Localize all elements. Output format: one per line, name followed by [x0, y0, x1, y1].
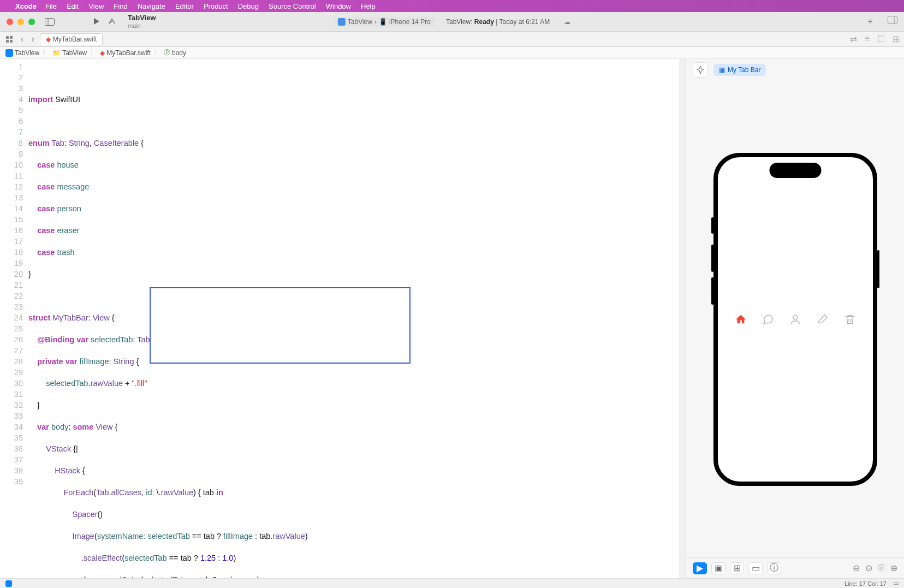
run-controls: TabView main [93, 14, 156, 28]
source-editor[interactable]: 1234567891011121314151617181920212223242… [0, 59, 686, 578]
code-content[interactable]: import SwiftUI enum Tab: String, CaseIte… [28, 59, 686, 578]
menu-debug[interactable]: Debug [238, 2, 259, 10]
toolbar-right: ＋ [866, 16, 897, 27]
code-review-icon[interactable]: ☐ [877, 34, 885, 44]
scheme-selector[interactable]: TabView main [128, 14, 156, 28]
menu-help[interactable]: Help [361, 2, 376, 10]
branch-name: main [128, 22, 156, 29]
device-label: iPhone 14 Pro [389, 18, 431, 26]
debug-status-icon[interactable] [5, 580, 12, 587]
menu-file[interactable]: File [45, 2, 57, 10]
power-button [877, 250, 879, 288]
go-back-icon[interactable]: ‹ [19, 34, 26, 44]
window-toolbar: TabView main TabView › 📱 iPhone 14 Pro T… [0, 12, 904, 32]
tab-house-icon[interactable] [735, 313, 747, 325]
live-preview-button[interactable]: ▶ [693, 562, 707, 574]
crumb-label: MyTabBar.swift [106, 49, 151, 57]
svg-point-3 [110, 21, 112, 23]
phone-content [718, 157, 873, 482]
system-menubar: Xcode File Edit View Find Navigate Edito… [0, 0, 904, 12]
tab-bar-preview [735, 313, 856, 325]
zoom-fit-icon[interactable]: ⊙ [865, 563, 872, 573]
volume-up [711, 245, 713, 272]
adjust-editor-icon[interactable]: ≡ [865, 34, 870, 44]
swift-file-icon: ◆ [46, 35, 51, 43]
menu-window[interactable]: Window [326, 2, 351, 10]
preview-badge[interactable]: ▦ My Tab Bar [713, 64, 766, 76]
add-editor-icon[interactable]: ⊞ [893, 34, 900, 44]
preview-footer-left: ▶ ▣ ⊞ ▭ ⓘ [693, 562, 781, 574]
target-scheme-pill[interactable]: TabView › 📱 iPhone 14 Pro [334, 17, 435, 27]
device-icon: 📱 [379, 18, 387, 26]
refresh-icon[interactable]: ⇄ [850, 34, 857, 44]
cursor-position: Line: 17 Col: 17 [844, 580, 887, 587]
menu-edit[interactable]: Edit [67, 2, 79, 10]
build-status: TabView: Ready | Today at 6:21 AM [446, 18, 550, 26]
preview-footer-right: ⊖ ⊙ ⦾ ⊕ [853, 563, 897, 573]
crumb-file[interactable]: ◆MyTabBar.swift [100, 49, 151, 57]
run-button[interactable] [93, 17, 100, 25]
close-window-icon[interactable] [7, 19, 13, 25]
status-state: Ready [474, 18, 494, 26]
tab-message-icon[interactable] [762, 313, 774, 325]
scheme-options-icon[interactable] [108, 17, 116, 25]
preview-badge-label: My Tab Bar [728, 66, 760, 74]
add-tab-icon[interactable]: ＋ [866, 16, 875, 27]
variants-button[interactable]: ⊞ [730, 562, 744, 574]
go-forward-icon[interactable]: › [29, 34, 36, 44]
crumb-sep: 〉 [154, 48, 160, 57]
zoom-actual-icon[interactable]: ⦾ [878, 563, 885, 573]
pin-preview-button[interactable] [693, 62, 708, 78]
tab-eraser-icon[interactable] [817, 313, 829, 325]
traffic-lights [0, 19, 35, 25]
property-icon: Ⓟ [164, 48, 170, 57]
crumb-symbol[interactable]: Ⓟbody [164, 48, 186, 57]
toggle-navigator-icon[interactable] [45, 18, 55, 26]
svg-rect-8 [6, 40, 9, 43]
crumb-folder[interactable]: 📁TabView [52, 49, 87, 57]
iphone-frame [713, 153, 877, 486]
chevron-right-icon: › [374, 18, 377, 26]
menubar-app-name[interactable]: Xcode [15, 2, 37, 10]
bottom-panel-icon[interactable]: ▭ [893, 580, 899, 587]
crumb-label: TabView [15, 49, 39, 57]
file-tab-label: MyTabBar.swift [53, 35, 97, 43]
minimize-window-icon[interactable] [17, 19, 24, 25]
preview-canvas[interactable] [686, 81, 904, 557]
tab-trash-icon[interactable] [844, 313, 856, 325]
preview-header: ▦ My Tab Bar [686, 59, 904, 81]
menu-navigate[interactable]: Navigate [138, 2, 165, 10]
iphone-notch [769, 163, 821, 178]
menu-view[interactable]: View [88, 2, 104, 10]
crumb-sep: 〉 [90, 48, 97, 57]
main-split: 1234567891011121314151617181920212223242… [0, 59, 904, 578]
zoom-window-icon[interactable] [28, 19, 35, 25]
menu-find[interactable]: Find [114, 2, 127, 10]
swift-file-icon: ◆ [100, 49, 105, 57]
activity-viewer: TabView › 📱 iPhone 14 Pro TabView: Ready… [334, 17, 570, 27]
zoom-out-icon[interactable]: ⊖ [853, 563, 860, 573]
target-scheme-label: TabView [348, 18, 372, 26]
cloud-status-icon[interactable]: ☁︎ [564, 18, 570, 26]
selectable-button[interactable]: ▣ [711, 562, 725, 574]
svg-rect-4 [888, 16, 897, 23]
menu-source-control[interactable]: Source Control [269, 2, 316, 10]
menu-product[interactable]: Product [204, 2, 228, 10]
zoom-in-icon[interactable]: ⊕ [890, 563, 897, 573]
selection-box [150, 287, 411, 364]
crumb-sep: 〉 [43, 48, 49, 57]
current-line-highlight [28, 236, 686, 247]
device-settings-button[interactable]: ▭ [748, 562, 763, 574]
crumb-project[interactable]: TabView [5, 49, 39, 57]
file-tab[interactable]: ◆ MyTabBar.swift [40, 33, 103, 45]
app-icon-small [338, 18, 346, 26]
tab-person-icon[interactable] [789, 313, 801, 325]
status-prefix: TabView: [446, 18, 472, 26]
toggle-library-icon[interactable] [888, 16, 897, 27]
related-items-icon[interactable] [3, 35, 15, 43]
folder-icon: 📁 [52, 49, 61, 57]
preview-info-button[interactable]: ⓘ [767, 562, 781, 574]
menu-editor[interactable]: Editor [175, 2, 194, 10]
jump-bar[interactable]: TabView 〉 📁TabView 〉 ◆MyTabBar.swift 〉 Ⓟ… [0, 47, 904, 59]
editor-tab-bar-right: ⇄ ≡ ☐ ⊞ [850, 34, 900, 44]
